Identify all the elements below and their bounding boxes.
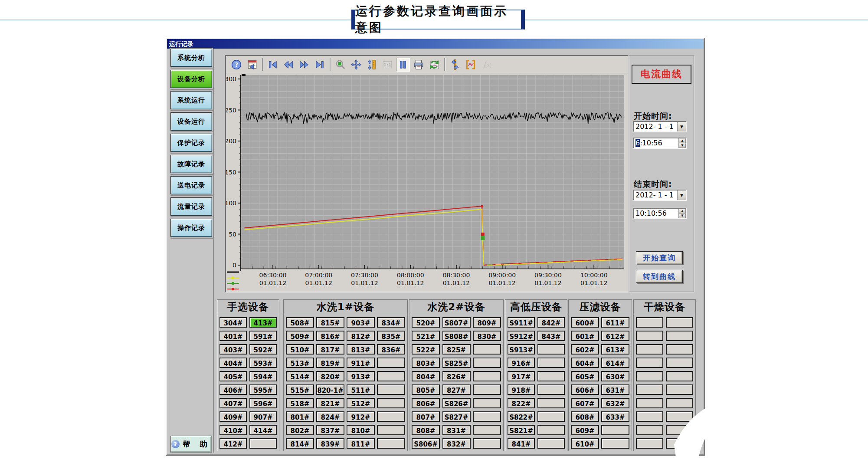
- device-button-S912[interactable]: S912#: [508, 331, 535, 341]
- curve-shift-icon[interactable]: [448, 58, 462, 72]
- device-button-911[interactable]: 911#: [347, 358, 375, 368]
- y-scale-icon[interactable]: [365, 58, 379, 72]
- device-button-825[interactable]: 825#: [442, 344, 471, 355]
- device-button-605[interactable]: 605#: [571, 371, 599, 381]
- device-button-407[interactable]: 407#: [219, 398, 247, 408]
- device-button-515[interactable]: 515#: [286, 384, 314, 395]
- device-button-814[interactable]: 814#: [286, 438, 314, 449]
- end-time-spin-buttons[interactable]: ▲▼: [678, 209, 686, 218]
- device-button-804[interactable]: 804#: [412, 371, 440, 381]
- refresh-icon[interactable]: [427, 58, 441, 72]
- device-button-801[interactable]: 801#: [286, 411, 314, 422]
- device-button-595[interactable]: 595#: [249, 384, 277, 395]
- go-first-icon[interactable]: [266, 58, 280, 72]
- sidebar-item-3[interactable]: 设备运行: [170, 112, 212, 131]
- trend-chart[interactable]: 05010015020025030006:30:0001.01.1207:00:…: [226, 74, 628, 292]
- start-date-combobox[interactable]: 2012- 1 - 1 ▼: [633, 121, 687, 132]
- device-button-842[interactable]: 842#: [537, 317, 565, 328]
- device-button-614[interactable]: 614#: [601, 358, 629, 368]
- device-button-907[interactable]: 907#: [249, 411, 277, 422]
- device-button-510[interactable]: 510#: [286, 344, 314, 355]
- device-button-S827[interactable]: S827#: [442, 411, 471, 422]
- device-button-606[interactable]: 606#: [571, 384, 599, 395]
- device-button-593[interactable]: 593#: [249, 358, 277, 368]
- goto-curve-button[interactable]: 转到曲线: [636, 270, 683, 283]
- device-button-520[interactable]: 520#: [412, 317, 440, 328]
- device-button-831[interactable]: 831#: [442, 425, 471, 435]
- spin-down-icon[interactable]: ▼: [679, 213, 686, 218]
- device-button-630[interactable]: 630#: [601, 371, 629, 381]
- rewind-icon[interactable]: [282, 58, 295, 72]
- device-button-409[interactable]: 409#: [219, 411, 247, 422]
- device-button-406[interactable]: 406#: [219, 384, 247, 395]
- device-button-819[interactable]: 819#: [316, 358, 344, 368]
- device-button-827[interactable]: 827#: [442, 384, 471, 395]
- device-button-S913[interactable]: S913#: [508, 344, 535, 355]
- device-button-511[interactable]: 511#: [347, 384, 375, 395]
- device-button-604[interactable]: 604#: [571, 358, 599, 368]
- sidebar-item-6[interactable]: 送电记录: [170, 176, 212, 194]
- start-time-spin-buttons[interactable]: ▲▼: [678, 138, 686, 148]
- device-button-414[interactable]: 414#: [249, 425, 277, 435]
- start-query-button[interactable]: 开始查询: [636, 251, 683, 264]
- data-view-icon[interactable]: [245, 58, 259, 72]
- print-icon[interactable]: [412, 58, 426, 72]
- device-button-809[interactable]: 809#: [473, 317, 501, 328]
- device-button-S808[interactable]: S808#: [442, 331, 471, 341]
- sidebar-item-8[interactable]: 操作记录: [170, 219, 212, 237]
- start-time-spinner[interactable]: 6:10:56 ▲▼: [633, 138, 687, 149]
- device-button-S821[interactable]: S821#: [508, 425, 535, 435]
- device-button-808[interactable]: 808#: [412, 425, 440, 435]
- device-button-602[interactable]: 602#: [571, 344, 599, 355]
- device-button-404[interactable]: 404#: [219, 358, 247, 368]
- end-date-combobox[interactable]: 2012- 1 - 1 ▼: [633, 190, 687, 201]
- device-button-820[interactable]: 820#: [316, 371, 344, 381]
- sidebar-item-5[interactable]: 故障记录: [170, 155, 212, 173]
- pan-icon[interactable]: [349, 58, 363, 72]
- window-titlebar[interactable]: 运行记录: [167, 39, 704, 49]
- device-button-822[interactable]: 822#: [508, 398, 535, 408]
- device-button-816[interactable]: 816#: [316, 331, 344, 341]
- device-button-596[interactable]: 596#: [249, 398, 277, 408]
- device-button-S825[interactable]: S825#: [442, 358, 471, 368]
- device-button-405[interactable]: 405#: [219, 371, 247, 381]
- device-button-837[interactable]: 837#: [316, 425, 344, 435]
- device-button-S826[interactable]: S826#: [442, 398, 471, 408]
- zoom-icon[interactable]: [334, 58, 347, 72]
- device-button-522[interactable]: 522#: [412, 344, 440, 355]
- pause-icon[interactable]: [396, 58, 410, 72]
- device-button-834[interactable]: 834#: [377, 317, 405, 328]
- sidebar-item-7[interactable]: 流量记录: [170, 197, 212, 216]
- end-time-spinner[interactable]: 10:10:56 ▲▼: [633, 208, 687, 219]
- curve-brackets-icon[interactable]: [464, 58, 478, 72]
- spin-down-icon[interactable]: ▼: [679, 143, 686, 148]
- device-button-841[interactable]: 841#: [508, 438, 535, 449]
- device-button-304[interactable]: 304#: [219, 317, 247, 328]
- device-button-830[interactable]: 830#: [473, 331, 501, 341]
- device-button-600[interactable]: 600#: [571, 317, 599, 328]
- device-button-824[interactable]: 824#: [316, 411, 344, 422]
- device-button-S806[interactable]: S806#: [412, 438, 440, 449]
- device-button-805[interactable]: 805#: [412, 384, 440, 395]
- device-button-811[interactable]: 811#: [347, 438, 375, 449]
- device-button-401[interactable]: 401#: [219, 331, 247, 341]
- device-button-802[interactable]: 802#: [286, 425, 314, 435]
- device-button-812[interactable]: 812#: [347, 331, 375, 341]
- device-button-843[interactable]: 843#: [537, 331, 565, 341]
- device-button-832[interactable]: 832#: [442, 438, 471, 449]
- device-button-917[interactable]: 917#: [508, 371, 535, 381]
- device-button-810[interactable]: 810#: [347, 425, 375, 435]
- device-button-508[interactable]: 508#: [286, 317, 314, 328]
- device-button-839[interactable]: 839#: [316, 438, 344, 449]
- device-button-521[interactable]: 521#: [412, 331, 440, 341]
- device-button-410[interactable]: 410#: [219, 425, 247, 435]
- device-button-916[interactable]: 916#: [508, 358, 535, 368]
- device-button-815[interactable]: 815#: [316, 317, 344, 328]
- device-button-S822[interactable]: S822#: [508, 411, 535, 422]
- device-button-903[interactable]: 903#: [347, 317, 375, 328]
- device-button-631[interactable]: 631#: [601, 384, 629, 395]
- device-button-591[interactable]: 591#: [249, 331, 277, 341]
- device-button-632[interactable]: 632#: [601, 398, 629, 408]
- device-button-594[interactable]: 594#: [249, 371, 277, 381]
- end-date-dropdown-icon[interactable]: ▼: [677, 190, 686, 200]
